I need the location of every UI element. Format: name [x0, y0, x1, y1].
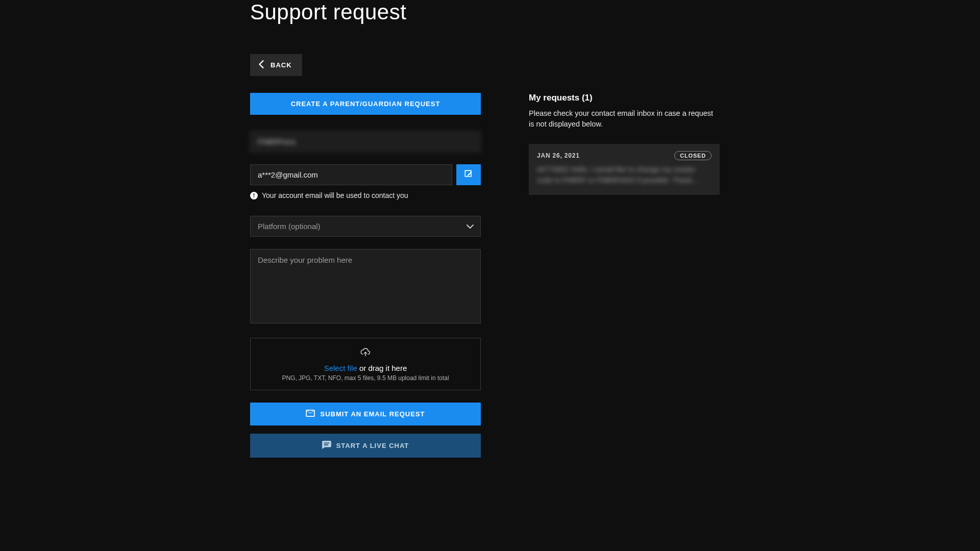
chevron-left-icon [258, 60, 264, 70]
file-upload-dropzone[interactable]: Select file or drag it here PNG, JPG, TX… [250, 338, 481, 390]
email-input[interactable] [250, 164, 452, 185]
email-info-text: Your account email will be used to conta… [262, 191, 408, 199]
edit-email-button[interactable] [456, 164, 481, 185]
info-icon: ! [250, 192, 258, 199]
page-title: Support request [250, 0, 730, 24]
description-textarea[interactable] [250, 249, 481, 323]
mail-icon [306, 410, 315, 418]
submit-email-button[interactable]: SUBMIT AN EMAIL REQUEST [250, 403, 481, 425]
upload-hint: PNG, JPG, TXT, NFO, max 5 files, 9.5 MB … [256, 374, 475, 382]
email-info-row: ! Your account email will be used to con… [250, 191, 481, 199]
request-date: JAN 26, 2021 [537, 152, 580, 159]
create-parent-label: CREATE A PARENT/GUARDIAN REQUEST [291, 100, 440, 108]
platform-select[interactable] [250, 216, 481, 237]
submit-label: SUBMIT AN EMAIL REQUEST [320, 410, 425, 418]
username-input[interactable] [250, 131, 481, 152]
select-file-link[interactable]: Select file [324, 364, 357, 372]
back-label: BACK [271, 61, 292, 69]
my-requests-title: My requests (1) [529, 93, 730, 103]
create-parent-request-button[interactable]: CREATE A PARENT/GUARDIAN REQUEST [250, 93, 481, 115]
back-button[interactable]: BACK [250, 54, 302, 76]
chat-label: START A LIVE CHAT [336, 442, 409, 449]
upload-icon [256, 347, 475, 360]
drag-label: or drag it here [357, 364, 407, 372]
request-card[interactable]: JAN 26, 2021 CLOSED #4775852 Hello, I wo… [529, 144, 720, 195]
edit-icon [463, 169, 474, 181]
request-excerpt: #4775852 Hello, I would like to change m… [537, 164, 712, 186]
status-badge: CLOSED [674, 151, 712, 160]
start-live-chat-button[interactable]: START A LIVE CHAT [250, 434, 481, 458]
my-requests-subtitle: Please check your contact email inbox in… [529, 108, 718, 130]
chat-icon [322, 441, 331, 450]
